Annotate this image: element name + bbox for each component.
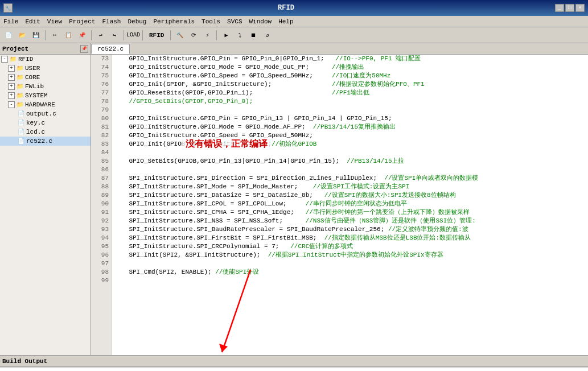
window-controls[interactable]: _ □ × [555, 4, 585, 12]
build-output-title: Build Output [2, 358, 47, 365]
user-folder-icon: 📁 [16, 64, 24, 72]
key-label: key.c [26, 119, 45, 126]
rebuild-button[interactable]: ⟳ [187, 29, 200, 42]
sep5 [170, 30, 171, 40]
undo-button[interactable]: ↩ [94, 29, 107, 42]
tree-item-lcd[interactable]: 📄 lcd.c [0, 127, 91, 137]
menu-flash[interactable]: Flash [98, 16, 124, 27]
menu-window[interactable]: Window [246, 16, 276, 27]
output-label: output.c [26, 110, 56, 117]
build-output: u8 status;..\HARDWARE\RFID\rc522.c: 3 wa… [0, 367, 588, 371]
tree-item-fwlib[interactable]: + 📁 FWLib [0, 82, 91, 91]
fwlib-label: FWLib [25, 83, 44, 90]
new-button[interactable]: 📄 [2, 29, 15, 42]
title-text: RFID [17, 4, 555, 12]
hardware-label: HARDWARE [25, 101, 55, 108]
save-button[interactable]: 💾 [30, 29, 42, 42]
sep1 [45, 30, 46, 40]
lcd-file-icon: 📄 [17, 128, 25, 136]
project-panel-header: Project 📌 [0, 43, 91, 55]
fwlib-folder-icon: 📁 [16, 83, 24, 90]
code-content[interactable]: GPIO_InitStructure.GPIO_Pin = GPIO_Pin_0… [112, 55, 588, 355]
line-numbers: 7374757677787980818283848586878889909192… [91, 55, 112, 355]
overlay-text: 没有错误，正常编译 [182, 137, 271, 151]
project-label: RFID [146, 32, 167, 39]
rfid-expander[interactable]: - [1, 56, 8, 63]
system-label: SYSTEM [25, 92, 48, 99]
core-label: CORE [25, 74, 40, 81]
tree-item-rfid[interactable]: - 📁 RFID [0, 55, 91, 64]
project-panel: Project 📌 - 📁 RFID + 📁 USER + 📁 CORE [0, 43, 91, 355]
menu-help[interactable]: Help [275, 16, 297, 27]
maximize-button[interactable]: □ [565, 4, 574, 12]
debug-run-button[interactable]: ▶ [220, 29, 232, 42]
sep2 [91, 30, 92, 40]
rfid-label: RFID [18, 56, 33, 63]
core-expander[interactable]: + [8, 74, 15, 81]
sep6 [216, 30, 217, 40]
minimize-button[interactable]: _ [555, 4, 564, 12]
menu-view[interactable]: View [44, 16, 65, 27]
editor-area: rc522.c 73747576777879808182838485868788… [91, 43, 588, 355]
tree-item-hardware[interactable]: - 📁 HARDWARE [0, 100, 91, 109]
debug-step-button[interactable]: ⤵ [233, 29, 246, 42]
sep3 [124, 30, 124, 40]
tree-item-core[interactable]: + 📁 CORE [0, 73, 91, 82]
title-bar: 🔧 RFID _ □ × [0, 0, 588, 16]
toolbar: 📄 📂 💾 ✂ 📋 📌 ↩ ↪ LOAD RFID 🔨 ⟳ ⚡ ▶ ⤵ ⏹ ↺ [0, 27, 588, 43]
panel-pin-button[interactable]: 📌 [80, 45, 88, 53]
menu-edit[interactable]: Edit [22, 16, 43, 27]
output-file-icon: 📄 [17, 110, 25, 118]
cut-button[interactable]: ✂ [48, 29, 61, 42]
close-button[interactable]: × [575, 4, 585, 12]
open-button[interactable]: 📂 [16, 29, 28, 42]
paste-button[interactable]: 📌 [76, 29, 88, 42]
code-container[interactable]: 7374757677787980818283848586878889909192… [91, 55, 588, 355]
tree-item-system[interactable]: + 📁 SYSTEM [0, 91, 91, 100]
copy-button[interactable]: 📋 [62, 29, 75, 42]
menu-svcs[interactable]: SVCS [224, 16, 245, 27]
menu-file[interactable]: File [0, 16, 22, 27]
build-button[interactable]: 🔨 [174, 29, 186, 42]
lcd-label: lcd.c [26, 129, 45, 135]
rfid-folder-icon: 📁 [9, 55, 17, 63]
tab-bar: rc522.c [91, 43, 588, 55]
system-expander[interactable]: + [8, 92, 15, 99]
rc522-file-icon: 📄 [17, 137, 25, 145]
sep4 [142, 30, 143, 40]
title-bar-icons: 🔧 [3, 3, 13, 13]
hardware-folder-icon: 📁 [16, 101, 24, 109]
project-tree: - 📁 RFID + 📁 USER + 📁 CORE + 📁 FWLib [0, 55, 91, 355]
menu-bar: File Edit View Project Flash Debug Perip… [0, 16, 588, 27]
debug-reset-button[interactable]: ↺ [261, 29, 273, 42]
main-layout: Project 📌 - 📁 RFID + 📁 USER + 📁 CORE [0, 43, 588, 355]
app-icon: 🔧 [3, 3, 13, 13]
tree-item-key[interactable]: 📄 key.c [0, 118, 91, 127]
tree-item-rc522[interactable]: 📄 rc522.c [0, 137, 91, 146]
build-output-line: u8 status; [3, 369, 585, 371]
editor-wrapper: 7374757677787980818283848586878889909192… [91, 55, 588, 355]
rc522-label: rc522.c [26, 138, 52, 145]
fwlib-expander[interactable]: + [8, 83, 15, 90]
core-folder-icon: 📁 [16, 73, 24, 81]
key-file-icon: 📄 [17, 119, 25, 127]
redo-button[interactable]: ↪ [108, 29, 121, 42]
tree-item-output[interactable]: 📄 output.c [0, 109, 91, 118]
system-folder-icon: 📁 [16, 92, 24, 100]
bottom-section: Build Output u8 status;..\HARDWARE\RFID\… [0, 355, 588, 371]
debug-stop-button[interactable]: ⏹ [247, 29, 260, 42]
project-panel-title: Project [2, 46, 28, 52]
menu-debug[interactable]: Debug [124, 16, 150, 27]
tree-item-user[interactable]: + 📁 USER [0, 64, 91, 73]
load-button[interactable]: LOAD [127, 29, 139, 42]
menu-project[interactable]: Project [65, 16, 98, 27]
hardware-expander[interactable]: - [8, 101, 15, 108]
tab-rc522[interactable]: rc522.c [91, 44, 130, 54]
panel-header-buttons: 📌 [80, 45, 88, 53]
user-label: USER [25, 65, 40, 72]
user-expander[interactable]: + [8, 65, 15, 72]
menu-tools[interactable]: Tools [198, 16, 224, 27]
menu-peripherals[interactable]: Peripherals [150, 16, 198, 27]
build-output-header: Build Output [0, 356, 588, 367]
compile-button[interactable]: ⚡ [201, 29, 213, 42]
